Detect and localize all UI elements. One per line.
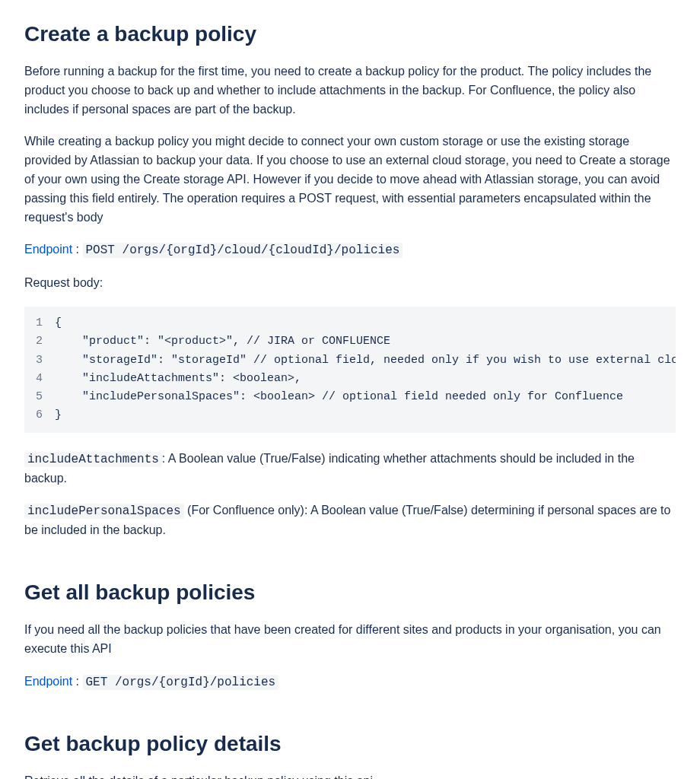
- code-line-number: 2: [24, 332, 55, 351]
- code-line: {: [55, 314, 74, 332]
- code-line: "includeAttachments": <boolean>,: [55, 370, 313, 388]
- para-create-intro-2: While creating a backup policy you might…: [24, 132, 676, 227]
- code-line-number: 5: [24, 388, 55, 406]
- para-create-intro-1: Before running a backup for the first ti…: [24, 62, 676, 119]
- code-line-number: 3: [24, 351, 55, 370]
- para-get-details-intro: Retrieve all the details of a particular…: [24, 772, 676, 779]
- code-line-number: 1: [24, 314, 55, 332]
- code-line-number: 4: [24, 370, 55, 388]
- heading-get-all-backup-policies: Get all backup policies: [24, 577, 676, 609]
- endpoint-create-policy: Endpoint : POST /orgs/{orgId}/cloud/{clo…: [24, 240, 676, 260]
- field-desc-include-attachments: includeAttachments: A Boolean value (Tru…: [24, 450, 676, 488]
- heading-create-backup-policy: Create a backup policy: [24, 18, 676, 50]
- inline-code-include-personal-spaces: includePersonalSpaces: [24, 504, 184, 519]
- para-get-all-intro: If you need all the backup policies that…: [24, 621, 676, 659]
- code-line-number: 6: [24, 406, 55, 424]
- endpoint-code: POST /orgs/{orgId}/cloud/{cloudId}/polic…: [83, 243, 403, 258]
- endpoint-colon: :: [72, 243, 79, 256]
- field-desc-include-personal-spaces: includePersonalSpaces (For Confluence on…: [24, 501, 676, 540]
- inline-code-include-attachments: includeAttachments: [24, 452, 162, 467]
- endpoint-colon: :: [72, 675, 79, 688]
- request-body-label: Request body:: [24, 274, 676, 293]
- endpoint-get-all-policies: Endpoint : GET /orgs/{orgId}/policies: [24, 672, 676, 692]
- code-line: }: [55, 406, 74, 424]
- endpoint-link[interactable]: Endpoint: [24, 243, 72, 256]
- code-line: "storageId": "storageId" // optional fie…: [55, 351, 676, 370]
- code-line: "includePersonalSpaces": <boolean> // op…: [55, 388, 635, 406]
- heading-get-backup-policy-details: Get backup policy details: [24, 728, 676, 760]
- code-block-request-body: 1{ 2 "product": "<product>", // JIRA or …: [24, 307, 676, 433]
- code-line: "product": "<product>", // JIRA or CONFL…: [55, 332, 402, 351]
- endpoint-code: GET /orgs/{orgId}/policies: [83, 675, 279, 690]
- endpoint-link[interactable]: Endpoint: [24, 675, 72, 688]
